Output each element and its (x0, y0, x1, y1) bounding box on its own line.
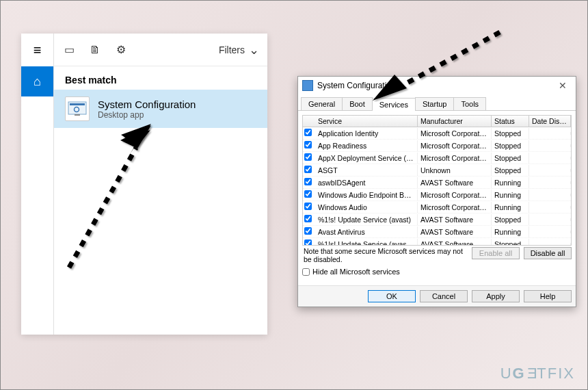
result-app-icon (65, 96, 90, 121)
table-row[interactable]: AppX Deployment Service (AppX...Microsof… (303, 152, 571, 164)
cell-manufacturer: Microsoft Corporation (418, 202, 492, 213)
cell-date (529, 206, 571, 209)
disable-all-button[interactable]: Disable all (524, 247, 572, 259)
cell-date (529, 144, 571, 147)
cell-status: Stopped (492, 165, 529, 176)
hamburger-icon[interactable]: ≡ (21, 34, 53, 66)
watermark: UGETFIX (500, 365, 575, 382)
cell-date (529, 169, 571, 172)
cell-manufacturer: Unknown (418, 165, 492, 176)
service-checkbox[interactable] (304, 166, 312, 173)
col-date-disabled[interactable]: Date Disabled (529, 116, 571, 127)
svg-rect-1 (70, 103, 85, 105)
cell-manufacturer: AVAST Software (418, 226, 492, 237)
cancel-button[interactable]: Cancel (420, 290, 468, 302)
cell-manufacturer: Microsoft Corporation (418, 140, 492, 151)
cell-manufacturer: AVAST Software (418, 214, 492, 225)
tab-general[interactable]: General (301, 97, 343, 110)
cell-service: Windows Audio (315, 202, 418, 213)
hide-ms-label: Hide all Microsoft services (312, 268, 400, 276)
result-title: System Configuration (98, 99, 196, 110)
cell-manufacturer: AVAST Software (418, 239, 492, 246)
cell-date (529, 243, 571, 246)
arrow-to-result (55, 124, 165, 281)
col-manufacturer[interactable]: Manufacturer (418, 116, 492, 127)
cell-service: %1!s! Update Service (avastm) (315, 239, 418, 246)
cell-date (529, 132, 571, 135)
close-button[interactable]: ✕ (554, 80, 572, 91)
cell-status: Stopped (492, 239, 529, 246)
document-icon[interactable]: 🗎 (88, 43, 102, 57)
service-checkbox[interactable] (304, 178, 312, 185)
cell-service: ASGT (315, 165, 418, 176)
svg-marker-9 (373, 75, 407, 101)
cell-status: Running (492, 190, 529, 200)
services-list[interactable]: Application IdentityMicrosoft Corporatio… (303, 127, 571, 245)
svg-rect-3 (75, 114, 80, 116)
hide-ms-row: Hide all Microsoft services (302, 266, 572, 281)
cell-service: App Readiness (315, 140, 418, 151)
cell-manufacturer: Microsoft Corporation (418, 190, 492, 200)
filters-dropdown[interactable]: Filters ⌄ (219, 42, 259, 57)
search-result-item[interactable]: System Configuration Desktop app (54, 90, 267, 128)
chevron-down-icon: ⌄ (249, 42, 259, 57)
service-checkbox[interactable] (304, 141, 312, 148)
service-checkbox[interactable] (304, 239, 312, 245)
cell-manufacturer: Microsoft Corporation (418, 153, 492, 164)
ok-button[interactable]: OK (368, 290, 416, 302)
table-row[interactable]: Application IdentityMicrosoft Corporatio… (303, 127, 571, 140)
result-text: System Configuration Desktop app (98, 99, 196, 120)
dialog-icon (302, 80, 313, 91)
tab-boot[interactable]: Boot (342, 97, 373, 110)
cell-service: %1!s! Update Service (avast) (315, 214, 418, 225)
cell-status: Stopped (492, 128, 529, 139)
table-row[interactable]: Windows Audio Endpoint BuilderMicrosoft … (303, 189, 571, 201)
start-topbar: ▭ 🗎 ⚙ Filters ⌄ (54, 34, 267, 66)
help-button[interactable]: Help (524, 290, 572, 302)
services-tab-content: Service Manufacturer Status Date Disable… (298, 111, 576, 285)
arrow-to-services-tab (370, 27, 507, 102)
best-match-heading: Best match (54, 66, 267, 90)
apps-icon[interactable]: ▭ (62, 43, 76, 57)
cell-date (529, 194, 571, 196)
cell-status: Running (492, 226, 529, 237)
result-subtitle: Desktop app (98, 110, 196, 120)
service-checkbox[interactable] (304, 227, 312, 235)
cell-date (529, 157, 571, 159)
cell-service: Windows Audio Endpoint Builder (315, 190, 418, 200)
start-left-rail: ≡ ⌂ (21, 34, 54, 335)
service-checkbox[interactable] (304, 203, 312, 210)
table-header: Service Manufacturer Status Date Disable… (303, 116, 571, 127)
enable-disable-row: Enable all Disable all (472, 246, 572, 263)
service-checkbox[interactable] (304, 215, 312, 222)
enable-all-button[interactable]: Enable all (472, 247, 520, 259)
table-row[interactable]: %1!s! Update Service (avastm)AVAST Softw… (303, 238, 571, 245)
col-service[interactable]: Service (315, 116, 418, 127)
hide-ms-checkbox[interactable] (302, 268, 310, 276)
table-row[interactable]: aswbIDSAgentAVAST SoftwareRunning (303, 177, 571, 189)
cell-status: Stopped (492, 214, 529, 225)
table-row[interactable]: %1!s! Update Service (avast)AVAST Softwa… (303, 213, 571, 226)
service-checkbox[interactable] (304, 153, 312, 161)
settings-icon[interactable]: ⚙ (114, 43, 128, 57)
apply-button[interactable]: Apply (472, 290, 520, 302)
col-status[interactable]: Status (492, 116, 529, 127)
cell-date (529, 218, 571, 221)
cell-manufacturer: AVAST Software (418, 177, 492, 188)
cell-date (529, 181, 571, 184)
cell-service: aswbIDSAgent (315, 177, 418, 188)
cell-status: Stopped (492, 153, 529, 164)
table-row[interactable]: Avast AntivirusAVAST SoftwareRunning (303, 226, 571, 238)
service-checkbox[interactable] (304, 190, 312, 198)
services-note: Note that some secure Microsoft services… (302, 246, 472, 266)
cell-manufacturer: Microsoft Corporation (418, 128, 492, 139)
system-configuration-dialog: System Configuration ✕ General Boot Serv… (297, 76, 576, 307)
table-row[interactable]: Windows AudioMicrosoft CorporationRunnin… (303, 201, 571, 213)
table-row[interactable]: App ReadinessMicrosoft CorporationStoppe… (303, 140, 571, 152)
cell-status: Stopped (492, 140, 529, 151)
home-icon[interactable]: ⌂ (21, 66, 53, 96)
service-checkbox[interactable] (304, 129, 312, 136)
table-row[interactable]: ASGTUnknownStopped (303, 164, 571, 177)
cell-service: AppX Deployment Service (AppX... (315, 153, 418, 164)
filters-label: Filters (219, 44, 245, 55)
